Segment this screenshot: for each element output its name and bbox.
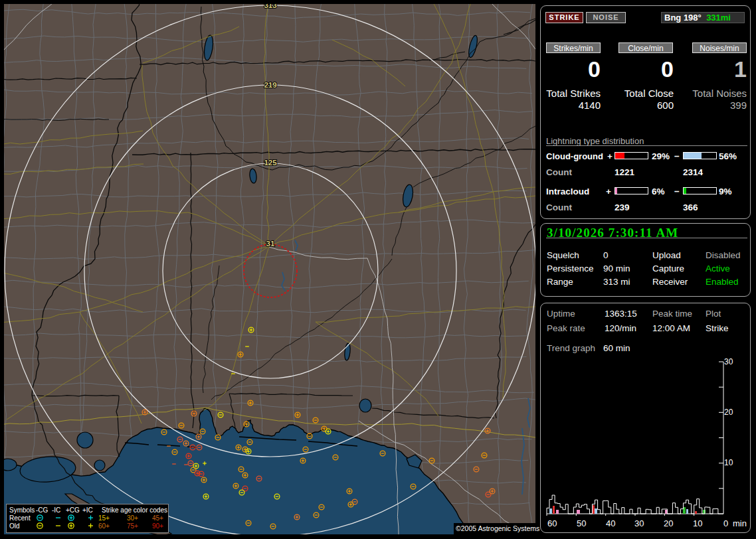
svg-text:31: 31 xyxy=(266,240,275,248)
svg-text:313: 313 xyxy=(264,4,276,9)
svg-text:125: 125 xyxy=(264,159,277,167)
svg-text:219: 219 xyxy=(264,81,276,89)
